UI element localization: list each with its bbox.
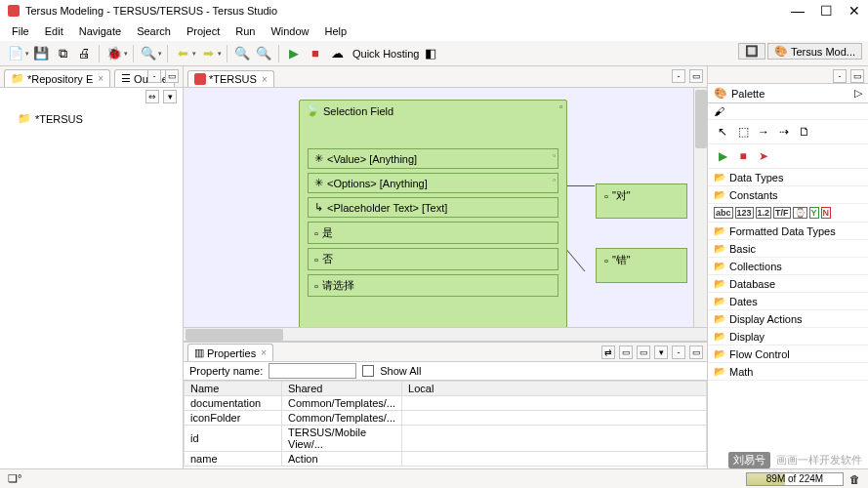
tab-repository[interactable]: 📁 *Repository E × (4, 69, 110, 87)
slot-value[interactable]: ✳<Value> [Anything]▫ (308, 148, 558, 169)
section-datatypes[interactable]: 📂Data Types (708, 169, 868, 186)
palette-header[interactable]: 🎨 Palette ▷ (708, 84, 868, 103)
showall-checkbox[interactable] (362, 365, 374, 377)
maximize-view-icon[interactable]: ▭ (165, 69, 179, 83)
zoom-out-icon[interactable]: 🔍 (254, 44, 273, 63)
minimize-view-icon[interactable]: - (672, 346, 685, 359)
minimize-view-icon[interactable]: - (833, 69, 847, 83)
new-page-icon[interactable]: 🗋 (796, 123, 813, 141)
tab-tersus-model[interactable]: *TERSUS × (187, 70, 274, 87)
maximize-view-icon[interactable]: ▭ (689, 346, 703, 359)
zoom-in-icon[interactable]: 🔍 (232, 44, 252, 63)
new-wizard-icon[interactable]: 📄 (6, 44, 25, 63)
search-icon[interactable]: 🔍 (139, 44, 158, 63)
const-no-icon[interactable]: N (821, 207, 832, 219)
section-dates[interactable]: 📂Dates (708, 293, 868, 310)
maximize-button[interactable]: ☐ (820, 3, 833, 19)
run-icon[interactable]: ▶ (284, 44, 304, 63)
save-all-icon[interactable]: ⧉ (53, 44, 72, 63)
minimize-view-icon[interactable]: - (147, 69, 161, 83)
menu-file[interactable]: File (6, 23, 35, 39)
close-button[interactable]: ✕ (848, 3, 860, 19)
perspective-icon[interactable]: ◧ (421, 44, 440, 63)
const-bool-icon[interactable]: T/F (773, 207, 791, 219)
right-node-cuo[interactable]: ▫"错" (596, 248, 687, 283)
back-icon[interactable]: ⬅ (173, 44, 192, 63)
section-collections[interactable]: 📂Collections (708, 258, 868, 275)
maximize-view-icon[interactable]: ▭ (689, 69, 703, 83)
right-node-dui[interactable]: ▫"对" (596, 183, 687, 219)
maximize-view-icon[interactable]: ▭ (850, 69, 864, 83)
prop-action-1-icon[interactable]: ⇄ (601, 346, 615, 359)
arrow-tool-icon[interactable]: → (755, 123, 772, 141)
const-int-icon[interactable]: 123 (735, 207, 754, 219)
section-formatted[interactable]: 📂Formatted Data Types (708, 223, 868, 240)
menu-project[interactable]: Project (181, 23, 226, 39)
menu-help[interactable]: Help (319, 23, 353, 39)
menu-run[interactable]: Run (229, 23, 261, 39)
selection-field-node[interactable]: 🍃 Selection Field ▫ ✳<Value> [Anything]▫… (299, 100, 567, 340)
slot-yes[interactable]: ▫是 (308, 222, 558, 244)
const-yes-icon[interactable]: Y (809, 207, 819, 219)
col-local[interactable]: Local (402, 382, 707, 396)
status-tool-icon[interactable]: ❏° (8, 472, 21, 485)
memory-gauge[interactable]: 89M of 224M (746, 472, 844, 486)
section-basic[interactable]: 📂Basic (708, 240, 868, 258)
dashedarrow-tool-icon[interactable]: ⇢ (775, 123, 793, 141)
col-name[interactable]: Name (185, 382, 282, 396)
select-tool-icon[interactable]: ↖ (714, 123, 731, 141)
prop-action-2-icon[interactable]: ▭ (619, 346, 633, 359)
minimize-button[interactable]: — (791, 3, 805, 19)
close-icon[interactable]: × (262, 74, 268, 85)
tree-tersus-node[interactable]: 📁 *TERSUS (6, 111, 177, 126)
quickhosting-label[interactable]: Quick Hosting (352, 48, 419, 60)
properties-table[interactable]: Name Shared Local documentationCommon/Te… (184, 380, 707, 468)
node-control-icon[interactable]: ▫ (559, 102, 562, 111)
section-database[interactable]: 📂Database (708, 275, 868, 293)
menu-window[interactable]: Window (265, 23, 314, 39)
server-icon[interactable]: ☁ (327, 44, 347, 63)
slot-placeholder[interactable]: ↳<Placeholder Text> [Text] (308, 197, 558, 218)
const-float-icon[interactable]: 1.2 (756, 207, 772, 219)
menu-edit[interactable]: Edit (39, 23, 69, 39)
stop-red-icon[interactable]: ■ (734, 147, 752, 165)
section-constants[interactable]: 📂Constants (708, 186, 868, 204)
close-icon[interactable]: × (98, 73, 103, 84)
perspective-tersus[interactable]: 🎨Tersus Mod... (767, 43, 862, 60)
run-green-icon[interactable]: ▶ (714, 147, 731, 165)
col-shared[interactable]: Shared (282, 382, 402, 396)
slot-pleaseselect[interactable]: ▫请选择 (308, 274, 558, 297)
property-name-input[interactable] (269, 363, 356, 379)
save-icon[interactable]: 💾 (31, 44, 51, 63)
model-canvas[interactable]: 🍃 Selection Field ▫ ✳<Value> [Anything]▫… (184, 88, 707, 342)
const-text-icon[interactable]: abc (714, 207, 733, 219)
section-flowcontrol[interactable]: 📂Flow Control (708, 346, 868, 363)
hscrollbar[interactable] (184, 327, 707, 341)
section-displayactions[interactable]: 📂Display Actions (708, 310, 868, 328)
marquee-tool-icon[interactable]: ⬚ (734, 123, 752, 141)
arrow-right-icon[interactable]: ▷ (854, 87, 862, 100)
const-time-icon[interactable]: ⌚ (793, 207, 807, 219)
tree-collapse-icon[interactable]: ⇔ (145, 90, 159, 103)
trash-icon[interactable]: 🗑 (849, 473, 860, 485)
section-display[interactable]: 📂Display (708, 328, 868, 346)
brush-icon[interactable]: 🖌 (714, 105, 724, 117)
debug-icon[interactable]: 🐞 (104, 44, 124, 63)
minimize-view-icon[interactable]: - (672, 69, 685, 83)
open-perspective-button[interactable]: 🔲 (738, 43, 765, 60)
menu-search[interactable]: Search (131, 23, 177, 39)
slot-options[interactable]: ✳<Options> [Anything]▫ (308, 173, 558, 193)
prop-menu-icon[interactable]: ▾ (654, 346, 668, 359)
print-icon[interactable]: 🖨 (74, 44, 94, 63)
stop-icon[interactable]: ■ (306, 44, 325, 63)
arrow-red-icon[interactable]: ➤ (755, 147, 772, 165)
slot-no[interactable]: ▫否 (308, 248, 558, 270)
vscrollbar[interactable] (693, 88, 707, 327)
menu-navigate[interactable]: Navigate (73, 23, 127, 39)
tree-menu-icon[interactable]: ▾ (163, 90, 177, 103)
close-icon[interactable]: × (261, 347, 267, 358)
prop-action-3-icon[interactable]: ▭ (637, 346, 650, 359)
forward-icon[interactable]: ➡ (198, 44, 218, 63)
tab-properties[interactable]: ▥ Properties × (187, 344, 273, 361)
section-math[interactable]: 📂Math (708, 363, 868, 381)
